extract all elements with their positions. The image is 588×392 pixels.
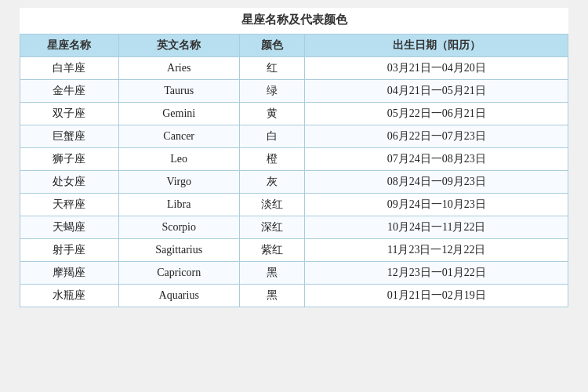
zodiac-table: 星座名称 英文名称 颜色 出生日期（阳历） 白羊座Aries红03月21日一04… <box>20 34 568 307</box>
header-date: 出生日期（阳历） <box>305 34 568 57</box>
cell-en-name: Leo <box>118 148 239 171</box>
cell-color: 红 <box>239 57 305 80</box>
cell-zh-name: 天蝎座 <box>20 216 119 239</box>
cell-color: 黑 <box>239 262 305 285</box>
cell-zh-name: 双子座 <box>20 103 119 125</box>
header-zh-name: 星座名称 <box>20 34 119 57</box>
table-row: 巨蟹座Cancer白06月22日一07月23日 <box>20 125 568 148</box>
cell-zh-name: 巨蟹座 <box>20 125 119 148</box>
header-en-name: 英文名称 <box>118 34 239 57</box>
cell-date: 01月21日一02月19日 <box>305 285 568 307</box>
cell-color: 绿 <box>239 80 305 103</box>
table-row: 水瓶座Aquarius黑01月21日一02月19日 <box>20 285 568 307</box>
cell-zh-name: 天秤座 <box>20 194 119 216</box>
cell-en-name: Virgo <box>118 171 239 194</box>
cell-zh-name: 处女座 <box>20 171 119 194</box>
cell-zh-name: 摩羯座 <box>20 262 119 285</box>
cell-zh-name: 水瓶座 <box>20 285 119 307</box>
table-header-row: 星座名称 英文名称 颜色 出生日期（阳历） <box>20 34 568 57</box>
table-row: 天蝎座Scorpio深红10月24日一11月22日 <box>20 216 568 239</box>
cell-color: 白 <box>239 125 305 148</box>
cell-date: 12月23日一01月22日 <box>305 262 568 285</box>
cell-date: 09月24日一10月23日 <box>305 194 568 216</box>
table-row: 狮子座Leo橙07月24日一08月23日 <box>20 148 568 171</box>
cell-zh-name: 射手座 <box>20 239 119 262</box>
cell-date: 05月22日一06月21日 <box>305 103 568 125</box>
cell-date: 11月23日一12月22日 <box>305 239 568 262</box>
table-row: 白羊座Aries红03月21日一04月20日 <box>20 57 568 80</box>
cell-en-name: Cancer <box>118 125 239 148</box>
table-row: 摩羯座Capricorn黑12月23日一01月22日 <box>20 262 568 285</box>
cell-color: 紫红 <box>239 239 305 262</box>
cell-zh-name: 狮子座 <box>20 148 119 171</box>
cell-color: 黄 <box>239 103 305 125</box>
cell-color: 深红 <box>239 216 305 239</box>
cell-zh-name: 白羊座 <box>20 57 119 80</box>
cell-en-name: Libra <box>118 194 239 216</box>
header-color: 颜色 <box>239 34 305 57</box>
cell-color: 黑 <box>239 285 305 307</box>
cell-date: 07月24日一08月23日 <box>305 148 568 171</box>
cell-date: 03月21日一04月20日 <box>305 57 568 80</box>
cell-en-name: Gemini <box>118 103 239 125</box>
cell-date: 04月21日一05月21日 <box>305 80 568 103</box>
table-row: 射手座Sagittarius紫红11月23日一12月22日 <box>20 239 568 262</box>
table-row: 金牛座Taurus绿04月21日一05月21日 <box>20 80 568 103</box>
cell-en-name: Scorpio <box>118 216 239 239</box>
cell-color: 淡红 <box>239 194 305 216</box>
cell-color: 橙 <box>239 148 305 171</box>
cell-date: 10月24日一11月22日 <box>305 216 568 239</box>
table-row: 双子座Gemini黄05月22日一06月21日 <box>20 103 568 125</box>
page-title: 星座名称及代表颜色 <box>20 8 568 34</box>
table-row: 天秤座Libra淡红09月24日一10月23日 <box>20 194 568 216</box>
cell-date: 06月22日一07月23日 <box>305 125 568 148</box>
cell-en-name: Capricorn <box>118 262 239 285</box>
cell-en-name: Aquarius <box>118 285 239 307</box>
cell-en-name: Taurus <box>118 80 239 103</box>
table-row: 处女座Virgo灰08月24日一09月23日 <box>20 171 568 194</box>
cell-zh-name: 金牛座 <box>20 80 119 103</box>
main-container: 星座名称及代表颜色 星座名称 英文名称 颜色 出生日期（阳历） 白羊座Aries… <box>20 8 568 307</box>
cell-color: 灰 <box>239 171 305 194</box>
cell-en-name: Sagittarius <box>118 239 239 262</box>
cell-date: 08月24日一09月23日 <box>305 171 568 194</box>
cell-en-name: Aries <box>118 57 239 80</box>
